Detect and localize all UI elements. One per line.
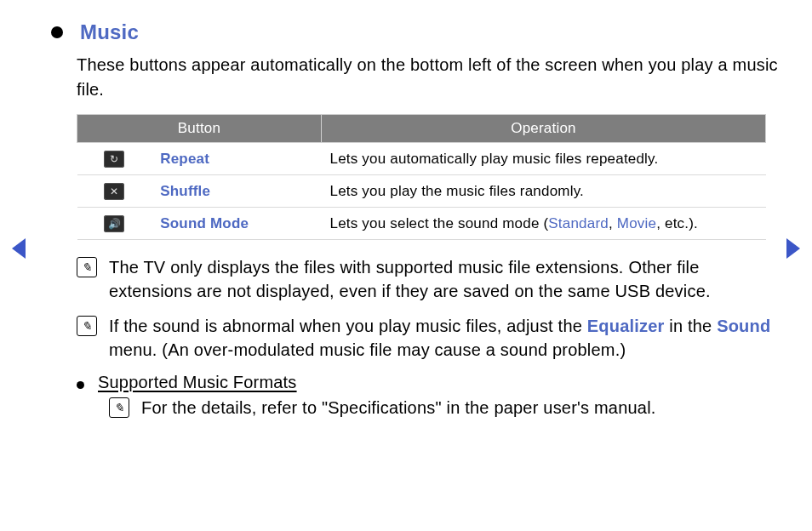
shuffle-description: Lets you play the music files randomly. — [322, 175, 766, 208]
table-row: ↻ Repeat Lets you automatically play mus… — [77, 143, 766, 175]
note-item: ✎ If the sound is abnormal when you play… — [77, 314, 778, 363]
equalizer-link: Equalizer — [587, 317, 665, 335]
note2-post: menu. (An over-modulated music file may … — [109, 340, 626, 359]
button-table: Button Operation ↻ Repeat Lets you autom… — [77, 114, 766, 240]
repeat-icon: ↻ — [104, 151, 124, 168]
sub-section-row: Supported Music Formats — [77, 373, 778, 392]
repeat-label: Repeat — [152, 143, 321, 175]
sub-note-row: ✎ For the details, refer to "Specificati… — [109, 396, 778, 420]
th-operation: Operation — [322, 115, 766, 143]
section-title-row: Music — [51, 20, 778, 44]
repeat-description: Lets you automatically play music files … — [322, 143, 766, 175]
intro-text: These buttons appear automatically on th… — [77, 53, 778, 102]
note-icon: ✎ — [77, 257, 97, 277]
sound-mode-op-pre: Lets you select the sound mode ( — [330, 215, 549, 231]
sound-mode-link-standard: Standard — [548, 215, 609, 231]
bullet-icon — [77, 381, 84, 389]
note-text-2: If the sound is abnormal when you play m… — [109, 314, 778, 363]
sub-note-text: For the details, refer to "Specification… — [141, 396, 778, 420]
th-button: Button — [77, 115, 322, 143]
bullet-icon — [51, 26, 63, 38]
note-icon: ✎ — [109, 397, 129, 418]
section-title: Music — [80, 20, 139, 44]
note-icon: ✎ — [77, 316, 97, 336]
table-row: ✕ Shuffle Lets you play the music files … — [77, 175, 766, 208]
note-item: ✎ The TV only displays the files with su… — [77, 255, 778, 304]
sound-mode-description: Lets you select the sound mode (Standard… — [322, 208, 766, 240]
note2-pre: If the sound is abnormal when you play m… — [109, 317, 587, 335]
sub-heading: Supported Music Formats — [98, 373, 297, 392]
note-text-1: The TV only displays the files with supp… — [109, 255, 778, 304]
shuffle-icon: ✕ — [104, 183, 124, 200]
sound-mode-icon: 🔊 — [104, 215, 124, 232]
table-row: 🔊 Sound Mode Lets you select the sound m… — [77, 208, 766, 240]
shuffle-label: Shuffle — [152, 175, 321, 208]
note2-mid: in the — [665, 317, 718, 335]
sound-mode-op-post: , etc.). — [656, 215, 698, 231]
sound-mode-link-movie: Movie — [617, 215, 656, 231]
sound-mode-sep: , — [609, 215, 617, 231]
sound-mode-label: Sound Mode — [152, 208, 321, 240]
sound-link: Sound — [717, 317, 770, 335]
nav-prev-icon[interactable] — [12, 238, 26, 259]
nav-next-icon[interactable] — [786, 238, 800, 259]
